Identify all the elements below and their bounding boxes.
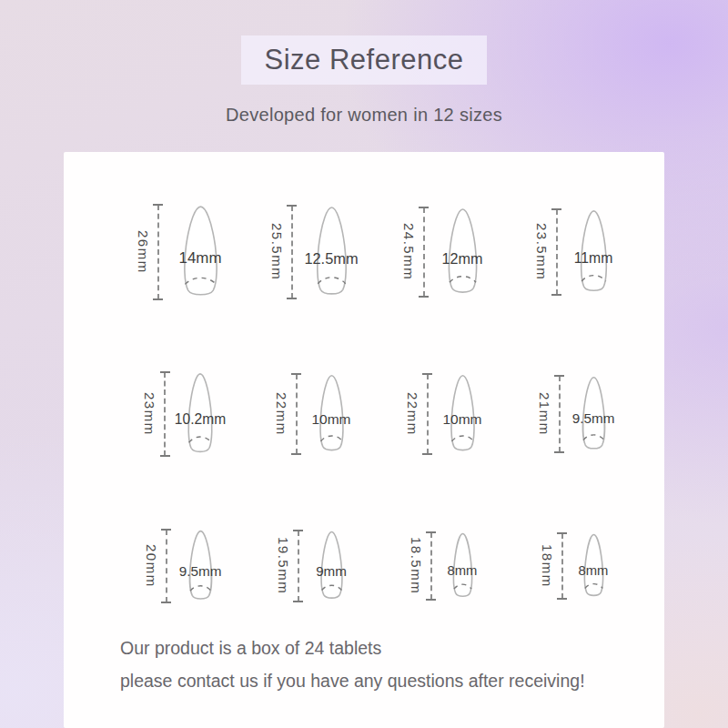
height-measure: 22mm [405, 374, 429, 454]
size-cell: 23mm 10.2mm [142, 372, 218, 456]
page-title: Size Reference [241, 35, 488, 85]
size-cell: 25.5mm 12.5mm [269, 206, 354, 298]
measure-line [556, 209, 558, 295]
size-cell: 18.5mm 8mm [409, 532, 477, 600]
size-cell: 26mm 14mm [136, 205, 226, 299]
nail-shape: 9.5mm [577, 376, 611, 452]
height-label: 21mm [537, 392, 552, 436]
width-label: 8mm [448, 563, 478, 578]
size-cell: 20mm 9.5mm [144, 530, 217, 602]
height-measure: 26mm [136, 205, 159, 299]
measure-line [559, 376, 561, 452]
nail-shape: 12.5mm [309, 206, 354, 298]
nail-shape: 11mm [574, 209, 613, 295]
measure-line [164, 372, 166, 456]
measure-line [296, 374, 298, 454]
size-cell: 24.5mm 12mm [401, 207, 484, 297]
footer-note: Our product is a box of 24 tablets pleas… [120, 632, 585, 697]
height-measure: 19.5mm [276, 531, 299, 602]
size-cell: 18mm 8mm [540, 533, 608, 599]
nail-shape: 12mm [441, 207, 484, 297]
width-label: 9mm [316, 563, 347, 579]
size-cell: 21mm 9.5mm [537, 376, 611, 452]
size-cell: 22mm 10mm [274, 374, 349, 454]
height-measure: 20mm [144, 530, 167, 602]
width-label: 10mm [442, 411, 481, 428]
height-measure: 23mm [142, 372, 166, 456]
nail-shape: 9mm [316, 531, 348, 602]
nail-shape: 8mm [449, 532, 477, 600]
size-cell: 23.5mm 11mm [534, 209, 613, 295]
measure-line [157, 205, 159, 299]
page-subtitle: Developed for women in 12 sizes [0, 105, 728, 126]
size-cell: 19.5mm 9mm [276, 531, 348, 602]
measure-line [291, 206, 293, 298]
height-measure: 23.5mm [534, 209, 558, 295]
width-label: 11mm [574, 250, 613, 267]
size-grid: 26mm 14mm 25.5mm 12.5mm 24.5mm [64, 152, 664, 639]
measure-line [166, 530, 167, 602]
nail-shape: 9.5mm [184, 530, 217, 602]
height-label: 19.5mm [276, 537, 291, 594]
measure-line [298, 531, 299, 602]
height-label: 18.5mm [409, 537, 424, 594]
footer-line-2: please contact us if you have any questi… [120, 664, 585, 697]
footer-line-1: Our product is a box of 24 tablets [120, 632, 585, 664]
measure-line [561, 533, 563, 599]
height-label: 26mm [136, 230, 151, 274]
height-measure: 21mm [537, 376, 561, 452]
height-measure: 24.5mm [401, 207, 425, 297]
height-measure: 22mm [274, 374, 298, 454]
nail-shape: 10mm [314, 374, 349, 454]
page-header: Size Reference Developed for women in 12… [0, 0, 728, 126]
height-label: 18mm [540, 544, 555, 588]
width-label: 12mm [442, 249, 483, 267]
height-measure: 18mm [540, 533, 563, 599]
measure-line [423, 207, 425, 297]
height-measure: 25.5mm [269, 206, 293, 298]
measure-line [427, 374, 429, 454]
nail-shape: 10mm [445, 374, 480, 454]
height-label: 23mm [142, 392, 157, 436]
size-cell: 22mm 10mm [405, 374, 480, 454]
nail-shape: 14mm [176, 205, 226, 299]
height-label: 24.5mm [401, 223, 417, 280]
width-label: 14mm [179, 249, 222, 268]
width-label: 9.5mm [179, 563, 222, 580]
height-label: 22mm [405, 392, 420, 436]
nail-shape: 8mm [580, 533, 608, 599]
width-label: 9.5mm [572, 410, 615, 427]
height-label: 20mm [144, 544, 159, 588]
width-label: 10mm [311, 411, 350, 428]
height-label: 22mm [274, 392, 289, 436]
size-chart-panel: 26mm 14mm 25.5mm 12.5mm 24.5mm [64, 152, 664, 728]
width-label: 12.5mm [304, 250, 358, 268]
nail-shape: 10.2mm [182, 372, 218, 456]
height-measure: 18.5mm [409, 532, 432, 600]
width-label: 10.2mm [175, 411, 226, 428]
measure-line [430, 532, 432, 600]
height-label: 25.5mm [269, 223, 285, 280]
width-label: 8mm [579, 563, 609, 578]
height-label: 23.5mm [534, 223, 550, 280]
